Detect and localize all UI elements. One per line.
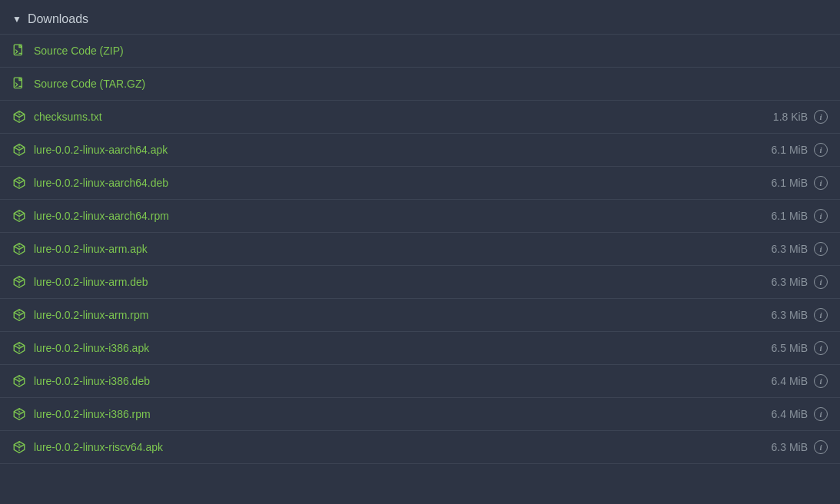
file-name: Source Code (ZIP) (34, 45, 124, 57)
package-icon (12, 374, 26, 388)
package-icon (12, 209, 26, 223)
download-item[interactable]: lure-0.0.2-linux-riscv64.apk6.3 MiBi (0, 431, 840, 464)
file-size: 6.3 MiB (772, 276, 808, 288)
download-item[interactable]: Source Code (TAR.GZ) (0, 68, 840, 101)
download-item-left: lure-0.0.2-linux-arm.apk (12, 242, 148, 256)
download-item-right: 6.3 MiBi (772, 308, 828, 322)
download-item-right: 6.1 MiBi (772, 143, 828, 157)
download-item[interactable]: lure-0.0.2-linux-i386.rpm6.4 MiBi (0, 398, 840, 431)
package-icon (12, 176, 26, 190)
download-item-left: Source Code (ZIP) (12, 44, 124, 58)
info-icon[interactable]: i (814, 275, 828, 289)
info-icon[interactable]: i (814, 407, 828, 421)
download-item-left: lure-0.0.2-linux-aarch64.rpm (12, 209, 169, 223)
package-icon (12, 143, 26, 157)
download-item-left: checksums.txt (12, 110, 102, 124)
info-icon[interactable]: i (814, 176, 828, 190)
package-icon (12, 440, 26, 454)
download-item[interactable]: Source Code (ZIP) (0, 35, 840, 68)
file-size: 6.1 MiB (772, 144, 808, 156)
download-item-left: lure-0.0.2-linux-arm.rpm (12, 308, 148, 322)
download-item-left: lure-0.0.2-linux-riscv64.apk (12, 440, 163, 454)
package-icon (12, 242, 26, 256)
download-item-left: lure-0.0.2-linux-aarch64.apk (12, 143, 168, 157)
download-item-right: 1.8 KiBi (773, 110, 828, 124)
download-item-right: 6.3 MiBi (772, 440, 828, 454)
download-item-right: 6.3 MiBi (772, 242, 828, 256)
download-item[interactable]: checksums.txt1.8 KiBi (0, 101, 840, 134)
download-item[interactable]: lure-0.0.2-linux-i386.apk6.5 MiBi (0, 332, 840, 365)
download-item-left: lure-0.0.2-linux-i386.apk (12, 341, 149, 355)
file-size: 6.5 MiB (772, 342, 808, 354)
file-name: lure-0.0.2-linux-arm.deb (34, 276, 148, 288)
file-name: lure-0.0.2-linux-i386.apk (34, 342, 149, 354)
download-item[interactable]: lure-0.0.2-linux-aarch64.apk6.1 MiBi (0, 134, 840, 167)
file-name: checksums.txt (34, 111, 102, 123)
download-item-left: lure-0.0.2-linux-arm.deb (12, 275, 148, 289)
file-size: 6.3 MiB (772, 441, 808, 453)
file-name: lure-0.0.2-linux-i386.deb (34, 375, 150, 387)
file-size: 1.8 KiB (773, 111, 808, 123)
info-icon[interactable]: i (814, 308, 828, 322)
downloads-list: Source Code (ZIP) Source Code (TAR.GZ) c… (0, 34, 840, 464)
info-icon[interactable]: i (814, 209, 828, 223)
downloads-section: ▼ Downloads Source Code (ZIP) Source Cod… (0, 0, 840, 470)
package-icon (12, 275, 26, 289)
file-name: lure-0.0.2-linux-arm.rpm (34, 309, 148, 321)
file-size: 6.1 MiB (772, 177, 808, 189)
download-item-right: 6.1 MiBi (772, 209, 828, 223)
download-item-right: 6.1 MiBi (772, 176, 828, 190)
download-item-left: Source Code (TAR.GZ) (12, 77, 145, 91)
download-item-right: 6.3 MiBi (772, 275, 828, 289)
package-icon (12, 407, 26, 421)
package-icon (12, 341, 26, 355)
info-icon[interactable]: i (814, 440, 828, 454)
file-size: 6.1 MiB (772, 210, 808, 222)
source-code-icon (12, 44, 26, 58)
download-item-right: 6.5 MiBi (772, 341, 828, 355)
info-icon[interactable]: i (814, 143, 828, 157)
file-name: lure-0.0.2-linux-aarch64.deb (34, 177, 168, 189)
chevron-icon: ▼ (12, 14, 22, 25)
info-icon[interactable]: i (814, 341, 828, 355)
info-icon[interactable]: i (814, 242, 828, 256)
file-name: lure-0.0.2-linux-aarch64.apk (34, 144, 168, 156)
file-name: lure-0.0.2-linux-riscv64.apk (34, 441, 163, 453)
package-icon (12, 308, 26, 322)
file-name: lure-0.0.2-linux-arm.apk (34, 243, 148, 255)
package-icon (12, 110, 26, 124)
section-title: Downloads (28, 12, 88, 26)
file-name: Source Code (TAR.GZ) (34, 78, 145, 90)
file-size: 6.4 MiB (772, 375, 808, 387)
file-name: lure-0.0.2-linux-i386.rpm (34, 408, 151, 420)
download-item[interactable]: lure-0.0.2-linux-arm.apk6.3 MiBi (0, 233, 840, 266)
download-item-left: lure-0.0.2-linux-i386.rpm (12, 407, 151, 421)
source-code-icon (12, 77, 26, 91)
download-item-right: 6.4 MiBi (772, 407, 828, 421)
info-icon[interactable]: i (814, 374, 828, 388)
download-item[interactable]: lure-0.0.2-linux-arm.deb6.3 MiBi (0, 266, 840, 299)
file-name: lure-0.0.2-linux-aarch64.rpm (34, 210, 169, 222)
download-item[interactable]: lure-0.0.2-linux-arm.rpm6.3 MiBi (0, 299, 840, 332)
download-item-right: 6.4 MiBi (772, 374, 828, 388)
download-item-left: lure-0.0.2-linux-i386.deb (12, 374, 150, 388)
download-item-left: lure-0.0.2-linux-aarch64.deb (12, 176, 168, 190)
download-item[interactable]: lure-0.0.2-linux-aarch64.rpm6.1 MiBi (0, 200, 840, 233)
info-icon[interactable]: i (814, 110, 828, 124)
file-size: 6.4 MiB (772, 408, 808, 420)
file-size: 6.3 MiB (772, 243, 808, 255)
file-size: 6.3 MiB (772, 309, 808, 321)
download-item[interactable]: lure-0.0.2-linux-i386.deb6.4 MiBi (0, 365, 840, 398)
section-header[interactable]: ▼ Downloads (0, 6, 840, 34)
download-item[interactable]: lure-0.0.2-linux-aarch64.deb6.1 MiBi (0, 167, 840, 200)
